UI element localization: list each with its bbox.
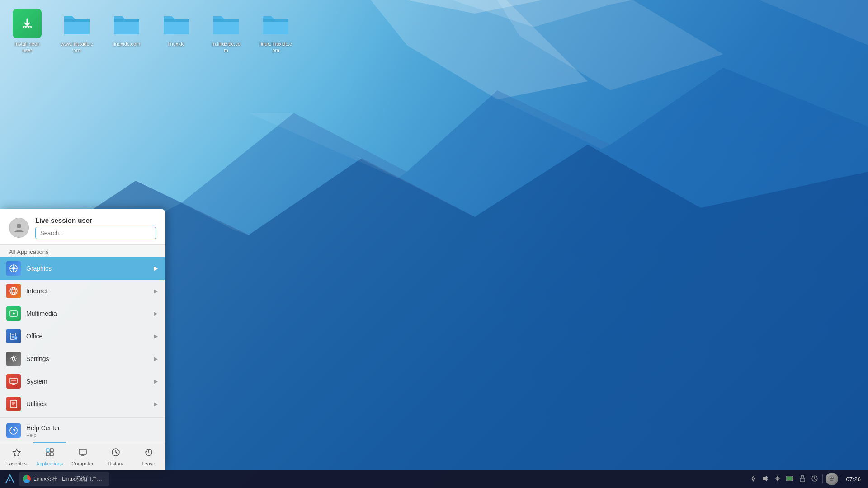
- menu-divider: [0, 417, 165, 418]
- desktop-icon-linuxidc[interactable]: linuxidc: [158, 9, 194, 55]
- svg-text:W: W: [15, 337, 18, 339]
- linuxidc-com-label: linuxidc.com: [111, 40, 142, 48]
- tray-separator2: [841, 474, 841, 483]
- user-info: Live session user: [35, 216, 156, 239]
- user-avatar: [9, 218, 29, 238]
- history-icon: [111, 448, 120, 459]
- desktop-icon-install-neon[interactable]: Install neon user: [9, 9, 45, 55]
- menu-items-list: Graphics ▶ Internet ▶: [0, 257, 165, 442]
- svg-point-17: [12, 267, 15, 270]
- menu-item-utilities[interactable]: Utilities ▶: [0, 393, 165, 415]
- svg-point-68: [831, 477, 832, 478]
- utilities-icon: [6, 397, 21, 411]
- internet-label: Internet: [26, 287, 148, 295]
- svg-rect-61: [793, 477, 793, 480]
- desktop-icon-linuxidc-com[interactable]: linuxidc.com: [108, 9, 145, 55]
- menu-item-help-center[interactable]: ? Help Center Help: [0, 419, 165, 442]
- settings-arrow: ▶: [154, 356, 158, 362]
- menu-item-system[interactable]: System ▶: [0, 370, 165, 393]
- svg-rect-48: [50, 449, 53, 452]
- taskbar-right: 07:26: [748, 473, 866, 485]
- svg-point-35: [12, 357, 15, 360]
- settings-icon: [6, 352, 21, 366]
- search-input[interactable]: [35, 227, 156, 239]
- nav-computer[interactable]: Computer: [66, 442, 99, 470]
- menu-header: Live session user: [0, 209, 165, 245]
- svg-point-12: [24, 27, 25, 28]
- menu-item-office[interactable]: W Office ▶: [0, 325, 165, 347]
- nav-history[interactable]: History: [99, 442, 132, 470]
- nav-leave[interactable]: Leave: [132, 442, 165, 470]
- svg-point-57: [9, 480, 11, 481]
- favorites-label: Favorites: [6, 461, 27, 466]
- tray-mascot-icon[interactable]: [826, 473, 838, 485]
- svg-rect-47: [46, 449, 49, 452]
- nav-favorites[interactable]: Favorites: [0, 442, 33, 470]
- multimedia-icon: [6, 306, 21, 321]
- tray-audio-icon[interactable]: [761, 474, 771, 484]
- menu-item-internet[interactable]: Internet ▶: [0, 280, 165, 302]
- utilities-arrow: ▶: [154, 401, 158, 407]
- linuxidc-label: linuxidc: [166, 40, 187, 48]
- desktop-icon-m-linuxidc[interactable]: m.linuxidc.com: [208, 9, 244, 55]
- history-label: History: [108, 461, 123, 466]
- svg-rect-59: [763, 477, 765, 480]
- m-linuxidc-label: m.linuxidc.com: [208, 40, 244, 55]
- install-neon-icon: [13, 9, 42, 38]
- user-name: Live session user: [35, 216, 156, 224]
- desktop-icon-linux-linuxidc[interactable]: linux.linuxidc.com: [258, 9, 294, 55]
- svg-point-14: [29, 27, 31, 28]
- svg-marker-56: [6, 475, 14, 483]
- taskbar-menu-button[interactable]: [2, 471, 18, 487]
- menu-item-multimedia[interactable]: Multimedia ▶: [0, 302, 165, 325]
- computer-icon: [78, 448, 87, 459]
- utilities-label: Utilities: [26, 400, 148, 408]
- multimedia-label: Multimedia: [26, 310, 148, 317]
- tray-network-icon[interactable]: [748, 474, 758, 484]
- nav-applications[interactable]: Applications: [33, 442, 66, 470]
- taskbar-left: Linux公社 - Linux系统门户网站 - M...: [2, 471, 109, 487]
- tray-area: 07:26: [748, 473, 863, 485]
- office-arrow: ▶: [154, 333, 158, 339]
- tray-separator: [822, 474, 823, 483]
- favorites-icon: [12, 448, 21, 459]
- menu-item-settings[interactable]: Settings ▶: [0, 347, 165, 370]
- tray-lock-icon[interactable]: [798, 474, 807, 484]
- internet-icon: [6, 284, 21, 298]
- folder-m-linuxidc-icon: [212, 11, 241, 36]
- desktop-icon-www-linuxidc[interactable]: www.linuxidc.com: [59, 9, 95, 55]
- browser-icon: [23, 475, 31, 483]
- tray-battery-icon[interactable]: [784, 474, 795, 484]
- svg-rect-51: [79, 449, 86, 454]
- tray-updates-icon[interactable]: [810, 474, 820, 484]
- graphics-label: Graphics: [26, 265, 148, 272]
- svg-rect-63: [800, 478, 805, 482]
- leave-icon: [144, 448, 153, 459]
- install-neon-label: Install neon user: [9, 40, 45, 55]
- svg-rect-62: [787, 477, 792, 480]
- menu-nav: Favorites Applications Computer History: [0, 442, 165, 470]
- desktop-icons-area: Install neon user www.linuxidc.com linux…: [0, 0, 303, 64]
- svg-point-15: [17, 224, 21, 228]
- folder-www-icon: [62, 11, 91, 36]
- system-arrow: ▶: [154, 378, 158, 385]
- help-center-icon: ?: [6, 423, 21, 438]
- svg-point-69: [833, 477, 834, 478]
- svg-rect-41: [10, 400, 17, 408]
- all-apps-label: All Applications: [0, 245, 165, 257]
- tray-bluetooth-icon[interactable]: [774, 474, 782, 484]
- svg-rect-50: [50, 453, 53, 456]
- applications-icon: [45, 448, 54, 459]
- menu-item-graphics[interactable]: Graphics ▶: [0, 257, 165, 280]
- computer-label: Computer: [71, 461, 93, 466]
- settings-label: Settings: [26, 355, 148, 362]
- taskbar-browser-item[interactable]: Linux公社 - Linux系统门户网站 - M...: [19, 472, 109, 486]
- clock-display[interactable]: 07:26: [844, 476, 863, 483]
- leave-label: Leave: [142, 461, 156, 466]
- svg-text:?: ?: [13, 428, 16, 433]
- internet-arrow: ▶: [154, 288, 158, 294]
- linux-linuxidc-label: linux.linuxidc.com: [258, 40, 294, 55]
- application-menu: Live session user All Applications Graph…: [0, 209, 165, 470]
- graphics-arrow: ▶: [154, 265, 158, 272]
- svg-rect-49: [46, 453, 49, 456]
